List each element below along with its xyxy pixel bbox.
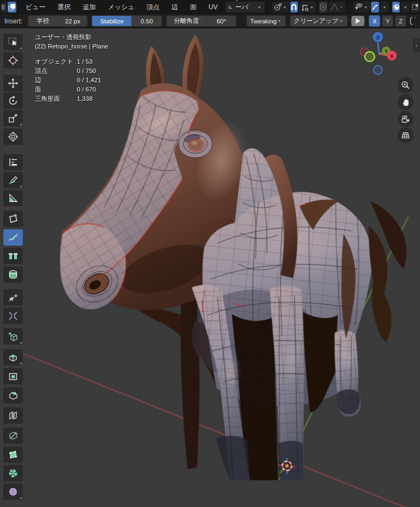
toggle-xray-button[interactable] — [392, 2, 400, 13]
camera-view-button[interactable] — [398, 111, 413, 127]
show-overlays-dropdown[interactable]: ▾ — [380, 2, 389, 13]
rotate-icon — [8, 95, 19, 106]
menu-edge[interactable]: 辺 — [166, 0, 184, 14]
menu-uv[interactable]: UV — [203, 0, 224, 14]
sidebar-collapse-tab[interactable]: ‹ — [413, 38, 420, 52]
radius-label: 半径 — [28, 16, 58, 26]
tool-bevel[interactable] — [3, 387, 23, 404]
shading-dropdown[interactable]: ▾ — [401, 2, 410, 13]
tool-relax[interactable] — [3, 308, 23, 324]
show-overlays-button[interactable] — [371, 2, 379, 13]
axis-x-button[interactable]: X — [369, 15, 380, 27]
tool-tweak[interactable] — [3, 289, 23, 306]
viewport-shading-button[interactable] — [411, 2, 419, 13]
scale-icon — [8, 113, 19, 124]
menu-select[interactable]: 選択 — [52, 0, 77, 14]
stat-tris: 三角形面1,338 — [35, 94, 108, 103]
extrude-region-icon — [8, 352, 19, 363]
radius-field[interactable]: 半径 22 px — [28, 15, 88, 27]
tool-inset-faces[interactable] — [3, 368, 23, 384]
svg-text:Y: Y — [385, 48, 388, 54]
tool-rotate[interactable] — [3, 93, 23, 109]
chevron-down-icon: ▾ — [382, 5, 387, 10]
tool-cursor[interactable] — [3, 52, 23, 69]
tool-strokes[interactable] — [3, 229, 23, 246]
stat-edges: 辺0 / 1,421 — [35, 76, 108, 85]
tool-contours[interactable] — [3, 266, 23, 283]
tool-move[interactable] — [3, 75, 23, 91]
menu-vertex[interactable]: 頂点 — [141, 0, 166, 14]
separate-angle-field[interactable]: 分離角度 60° — [166, 15, 236, 27]
tool-knife[interactable] — [3, 427, 23, 444]
mirror-button[interactable] — [408, 16, 416, 26]
menu-add[interactable]: 追加 — [77, 0, 102, 14]
ortho-grid-button[interactable] — [398, 127, 413, 143]
menu-face[interactable]: 面 — [184, 0, 203, 14]
tool-line-bars[interactable] — [3, 154, 23, 170]
tool-spin[interactable] — [3, 465, 23, 481]
stat-faces: 面0 / 670 — [35, 85, 108, 94]
tool-smooth[interactable] — [3, 484, 23, 500]
measure-icon — [8, 193, 19, 204]
smooth-icon — [8, 486, 19, 497]
tweaking-dropdown[interactable]: Tweaking ▾ — [246, 15, 286, 27]
gizmo-minus-z[interactable] — [374, 65, 382, 74]
proportional-falloff-dropdown[interactable]: ▾ — [328, 2, 346, 13]
pivot-point-dropdown[interactable]: ▾ — [272, 2, 289, 13]
contours-icon — [8, 269, 19, 280]
axis-y-button[interactable]: Y — [382, 15, 393, 27]
tool-annotate[interactable] — [3, 172, 23, 188]
tool-polypen[interactable] — [3, 211, 23, 227]
mode-button[interactable] — [8, 2, 16, 13]
stabilize-toggle[interactable]: Stabilize — [92, 16, 131, 26]
inset-faces-icon — [8, 371, 19, 382]
show-gizmo-dropdown[interactable]: ▾ — [352, 2, 370, 13]
line-bars-icon — [8, 157, 19, 168]
polypen-icon — [8, 213, 19, 224]
tool-transform[interactable] — [3, 129, 23, 145]
horse-eye — [178, 130, 212, 158]
proportional-editing-button[interactable] — [319, 2, 327, 13]
snap-target-icon — [301, 3, 309, 11]
stabilize-field[interactable]: Stabilize 0.50 — [92, 15, 162, 27]
editor-type-icon — [1, 3, 7, 11]
menu-view[interactable]: ビュー — [20, 0, 52, 14]
chevron-down-icon: ▾ — [338, 19, 344, 23]
tool-loop-cut[interactable] — [3, 407, 23, 424]
orientation-icon — [228, 3, 233, 11]
hand-icon — [401, 98, 410, 107]
chevron-down-icon: ▾ — [339, 5, 344, 10]
snap-magnet-button[interactable] — [290, 2, 298, 13]
tool-poly-build[interactable] — [3, 447, 23, 463]
gizmo-minus-y[interactable] — [365, 52, 375, 62]
tool-extrude-region[interactable] — [3, 349, 23, 365]
snap-target-dropdown[interactable]: ▾ — [299, 2, 316, 13]
cursor-icon — [8, 55, 19, 66]
patches-icon — [8, 251, 19, 261]
chevron-left-icon: ‹ — [416, 42, 417, 48]
editor-type-button[interactable] — [1, 2, 7, 13]
pan-button[interactable] — [398, 94, 413, 110]
viewport-hud: ユーザー・透視投影 (22) Retopo_horse | Plane オブジェ… — [35, 33, 108, 103]
spin-icon — [8, 468, 19, 479]
tool-measure[interactable] — [3, 190, 23, 206]
zoom-icon — [401, 81, 410, 90]
menu-mesh[interactable]: メッシュ — [102, 0, 141, 14]
svg-text:X: X — [390, 53, 394, 59]
chevron-down-icon: ▾ — [309, 5, 314, 10]
insert-label: Insert: — [4, 17, 22, 25]
axis-z-button[interactable]: Z — [395, 15, 406, 27]
tool-scale[interactable] — [3, 110, 23, 126]
tool-select-box[interactable] — [3, 34, 23, 50]
tool-patches[interactable] — [3, 248, 23, 264]
transform-icon — [8, 131, 19, 142]
play-button[interactable] — [351, 16, 364, 26]
separate-angle-label: 分離角度 — [167, 16, 206, 26]
relax-icon — [8, 310, 19, 321]
zoom-button[interactable] — [398, 77, 413, 93]
chevron-down-icon: ▾ — [257, 5, 262, 10]
toggle-xray-icon — [392, 3, 400, 11]
tool-add-cube[interactable] — [3, 328, 23, 345]
cleanup-dropdown[interactable]: クリーンアップ ▾ — [290, 15, 348, 27]
orientation-dropdown[interactable]: グローバル ▾ — [226, 2, 265, 13]
